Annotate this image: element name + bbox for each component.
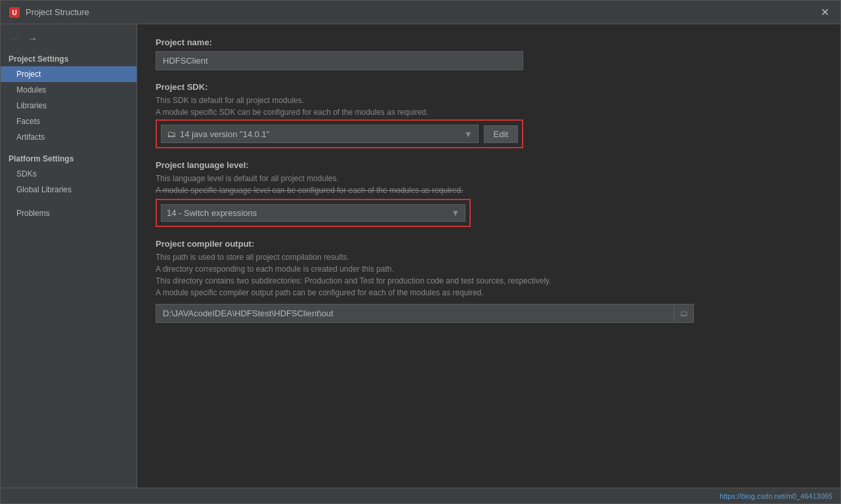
lang-dropdown-wrapper: 14 - Switch expressions ▼ <box>156 199 471 227</box>
project-sdk-label: Project SDK: <box>156 82 822 92</box>
compiler-output-row: D:\JAVAcodeIDEA\HDFStest\HDFSClient\out … <box>156 304 694 323</box>
sidebar: ← → Project Settings Project Modules Lib… <box>1 24 137 488</box>
lang-desc2-strikethrough: A module specific language level can be … <box>156 186 822 195</box>
compiler-output-group: Project compiler output: This path is us… <box>156 239 822 323</box>
sidebar-item-modules[interactable]: Modules <box>1 82 137 98</box>
sidebar-item-global-libraries[interactable]: Global Libraries <box>1 182 137 198</box>
sdk-desc1: This SDK is default for all project modu… <box>156 96 822 105</box>
close-button[interactable]: ✕ <box>817 5 832 20</box>
status-bar: https://blog.csdn.net/m0_46413065 <box>1 488 840 503</box>
titlebar-title: Project Structure <box>26 7 817 17</box>
sdk-row: 🗂 14 java version "14.0.1" ▼ Edit <box>156 119 523 148</box>
main-content: ← → Project Settings Project Modules Lib… <box>1 24 840 488</box>
status-url: https://blog.csdn.net/m0_46413065 <box>720 492 832 500</box>
app-icon: U <box>9 7 20 18</box>
edit-sdk-button[interactable]: Edit <box>484 125 518 143</box>
lang-dropdown[interactable]: 14 - Switch expressions ▼ <box>161 204 465 222</box>
content-area: Project name: HDFSClient Project SDK: Th… <box>137 24 840 488</box>
sidebar-item-project[interactable]: Project <box>1 66 137 82</box>
lang-value: 14 - Switch expressions <box>167 208 257 218</box>
nav-controls: ← → <box>1 30 137 51</box>
lang-desc1: This language level is default for all p… <box>156 174 822 183</box>
titlebar: U Project Structure ✕ <box>1 1 840 24</box>
platform-settings-header: Platform Settings <box>1 150 137 166</box>
compiler-folder-button[interactable]: 🗂 <box>674 305 693 322</box>
lang-dropdown-arrow-icon: ▼ <box>451 208 460 218</box>
compiler-desc2: A directory corresponding to each module… <box>156 264 822 274</box>
sidebar-item-sdks[interactable]: SDKs <box>1 166 137 182</box>
compiler-desc3: This directory contains two subdirectori… <box>156 276 822 285</box>
project-name-group: Project name: HDFSClient <box>156 37 822 70</box>
compiler-desc4: A module specific compiler output path c… <box>156 288 822 297</box>
sidebar-item-artifacts[interactable]: Artifacts <box>1 129 137 145</box>
project-settings-header: Project Settings <box>1 51 137 66</box>
sdk-dropdown[interactable]: 🗂 14 java version "14.0.1" ▼ <box>161 125 479 143</box>
project-sdk-group: Project SDK: This SDK is default for all… <box>156 82 822 148</box>
project-lang-group: Project language level: This language le… <box>156 160 822 227</box>
problems-section: Problems <box>1 205 137 221</box>
sidebar-item-problems[interactable]: Problems <box>1 205 137 221</box>
project-structure-window: U Project Structure ✕ ← → Project Settin… <box>0 0 841 504</box>
compiler-desc1: This path is used to store all project c… <box>156 253 822 262</box>
project-name-value[interactable]: HDFSClient <box>156 51 523 70</box>
compiler-output-label: Project compiler output: <box>156 239 822 249</box>
svg-text:U: U <box>12 9 16 16</box>
sdk-dropdown-arrow-icon: ▼ <box>464 129 473 139</box>
sdk-value: 14 java version "14.0.1" <box>180 129 269 139</box>
project-lang-label: Project language level: <box>156 160 822 170</box>
sidebar-item-facets[interactable]: Facets <box>1 114 137 129</box>
back-button[interactable]: ← <box>7 32 22 45</box>
sdk-desc2: A module specific SDK can be configured … <box>156 108 822 117</box>
sidebar-item-libraries[interactable]: Libraries <box>1 98 137 114</box>
project-name-label: Project name: <box>156 37 822 47</box>
compiler-output-path[interactable]: D:\JAVAcodeIDEA\HDFStest\HDFSClient\out <box>156 304 674 322</box>
platform-settings-section: Platform Settings SDKs Global Libraries <box>1 150 137 198</box>
sdk-folder-icon: 🗂 <box>167 129 176 139</box>
forward-button[interactable]: → <box>26 32 40 45</box>
